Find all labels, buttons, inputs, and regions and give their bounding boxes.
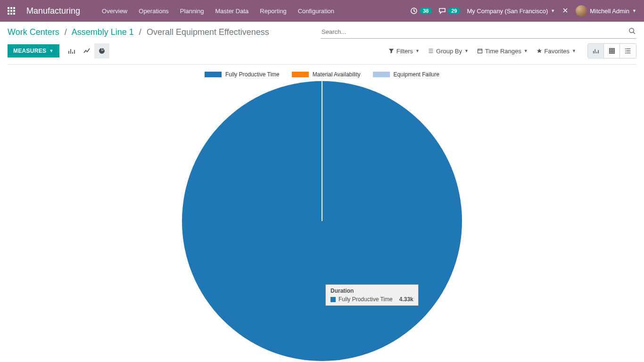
clock-icon bbox=[410, 7, 418, 15]
chat-icon bbox=[438, 7, 446, 15]
svg-point-6 bbox=[625, 50, 626, 51]
breadcrumb-assembly-line[interactable]: Assembly Line 1 bbox=[72, 27, 134, 37]
search-input[interactable] bbox=[321, 25, 636, 39]
tooltip-series-label: Fully Productive Time bbox=[339, 296, 393, 303]
caret-down-icon: ▼ bbox=[49, 49, 53, 53]
favorites-label: Favorites bbox=[545, 48, 570, 55]
bar-chart-icon bbox=[68, 47, 75, 55]
legend-item-fully-productive[interactable]: Fully Productive Time bbox=[205, 71, 280, 78]
apps-icon[interactable] bbox=[8, 7, 15, 15]
caret-down-icon: ▼ bbox=[551, 8, 555, 13]
legend-label: Equipment Failure bbox=[394, 71, 439, 78]
chart-area: Fully Productive Time Material Availabil… bbox=[0, 65, 644, 362]
group-by-label: Group By bbox=[436, 48, 462, 55]
control-panel: Work Centers / Assembly Line 1 / Overall… bbox=[0, 22, 644, 65]
svg-point-7 bbox=[625, 53, 626, 54]
time-ranges-menu[interactable]: Time Ranges ▼ bbox=[477, 48, 528, 55]
debug-icon[interactable] bbox=[561, 7, 569, 16]
app-title: Manufacturing bbox=[26, 6, 80, 16]
pivot-view-button[interactable] bbox=[604, 44, 620, 58]
bar-chart-icon bbox=[593, 48, 599, 54]
legend-item-material-availability[interactable]: Material Availability bbox=[292, 71, 361, 78]
pie-chart: Duration Fully Productive Time 4.33k bbox=[0, 81, 644, 362]
legend-label: Material Availability bbox=[313, 71, 361, 78]
graph-view-button[interactable] bbox=[588, 44, 604, 58]
tooltip-swatch bbox=[330, 297, 336, 302]
time-ranges-label: Time Ranges bbox=[485, 48, 521, 55]
activities-count: 38 bbox=[420, 8, 432, 14]
menu-configuration[interactable]: Configuration bbox=[293, 5, 339, 17]
tooltip-title: Duration bbox=[330, 288, 413, 294]
company-name: My Company (San Francisco) bbox=[467, 8, 548, 15]
svg-rect-4 bbox=[609, 49, 614, 54]
company-switcher[interactable]: My Company (San Francisco) ▼ bbox=[467, 8, 555, 15]
list-icon bbox=[428, 48, 434, 54]
tooltip-value: 4.33k bbox=[399, 296, 413, 303]
group-by-menu[interactable]: Group By ▼ bbox=[428, 48, 469, 55]
favorites-menu[interactable]: Favorites ▼ bbox=[537, 48, 576, 55]
svg-rect-3 bbox=[478, 49, 482, 53]
activities-button[interactable]: 38 bbox=[410, 7, 432, 15]
calendar-icon bbox=[477, 48, 483, 54]
search-bar bbox=[321, 25, 636, 39]
breadcrumb-separator: / bbox=[139, 27, 141, 37]
view-switcher bbox=[587, 43, 636, 58]
menu-reporting[interactable]: Reporting bbox=[255, 5, 291, 17]
caret-down-icon: ▼ bbox=[632, 8, 636, 13]
caret-down-icon: ▼ bbox=[572, 49, 576, 53]
bar-chart-button[interactable] bbox=[64, 43, 79, 58]
legend-swatch bbox=[292, 72, 309, 77]
menu-master-data[interactable]: Master Data bbox=[210, 5, 253, 17]
systray: 38 29 My Company (San Francisco) ▼ Mitch… bbox=[410, 5, 636, 16]
top-navbar: Manufacturing Overview Operations Planni… bbox=[0, 0, 644, 22]
caret-down-icon: ▼ bbox=[464, 49, 469, 53]
breadcrumb: Work Centers / Assembly Line 1 / Overall… bbox=[8, 27, 269, 37]
list-icon bbox=[625, 48, 631, 54]
chart-tooltip: Duration Fully Productive Time 4.33k bbox=[325, 284, 419, 306]
caret-down-icon: ▼ bbox=[524, 49, 528, 53]
filters-menu[interactable]: Filters ▼ bbox=[388, 48, 420, 55]
main-menu: Overview Operations Planning Master Data… bbox=[97, 5, 410, 17]
pie-chart-button[interactable] bbox=[94, 43, 109, 58]
chart-legend: Fully Productive Time Material Availabil… bbox=[0, 71, 644, 78]
filters-label: Filters bbox=[396, 48, 413, 55]
legend-label: Fully Productive Time bbox=[225, 71, 280, 78]
breadcrumb-separator: / bbox=[65, 27, 67, 37]
search-icon[interactable] bbox=[628, 27, 636, 36]
line-chart-button[interactable] bbox=[79, 43, 94, 58]
breadcrumb-work-centers[interactable]: Work Centers bbox=[8, 27, 59, 37]
search-options: Filters ▼ Group By ▼ Time Ranges ▼ Favor… bbox=[388, 48, 576, 55]
line-chart-icon bbox=[83, 47, 91, 55]
avatar bbox=[576, 5, 587, 16]
legend-swatch bbox=[205, 72, 222, 77]
measures-label: MEASURES bbox=[13, 48, 46, 54]
pie-chart-icon bbox=[98, 47, 106, 55]
legend-item-equipment-failure[interactable]: Equipment Failure bbox=[373, 71, 439, 78]
list-view-button[interactable] bbox=[620, 44, 636, 58]
menu-planning[interactable]: Planning bbox=[175, 5, 209, 17]
table-icon bbox=[609, 48, 615, 54]
legend-swatch bbox=[373, 72, 390, 77]
menu-overview[interactable]: Overview bbox=[97, 5, 132, 17]
chart-type-switcher bbox=[64, 43, 109, 58]
star-icon bbox=[537, 48, 542, 54]
user-name: Mitchell Admin bbox=[590, 8, 629, 15]
user-menu[interactable]: Mitchell Admin ▼ bbox=[576, 5, 636, 16]
messages-count: 29 bbox=[448, 8, 460, 14]
funnel-icon bbox=[388, 48, 394, 54]
messages-button[interactable]: 29 bbox=[438, 7, 460, 15]
svg-point-1 bbox=[629, 28, 634, 33]
breadcrumb-current: Overall Equipment Effectiveness bbox=[147, 27, 269, 37]
pie-svg[interactable] bbox=[182, 81, 462, 362]
menu-operations[interactable]: Operations bbox=[134, 5, 173, 17]
caret-down-icon: ▼ bbox=[415, 49, 420, 53]
measures-button[interactable]: MEASURES ▼ bbox=[8, 44, 59, 58]
svg-point-5 bbox=[625, 49, 626, 49]
